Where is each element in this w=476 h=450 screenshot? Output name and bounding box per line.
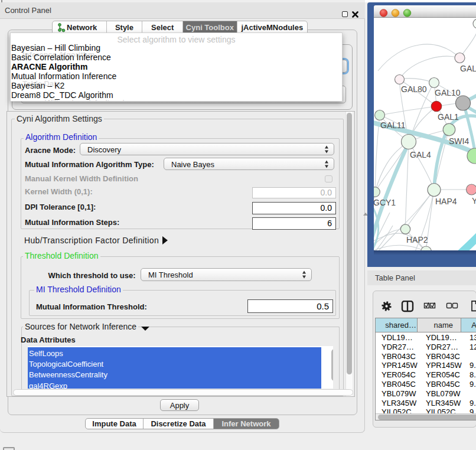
svg-text:SWI4: SWI4 xyxy=(449,136,469,146)
svg-text:GAL80: GAL80 xyxy=(401,84,427,94)
svg-text:GAL10: GAL10 xyxy=(435,88,461,97)
svg-text:GAL7: GAL7 xyxy=(460,64,476,73)
svg-text:HAP4: HAP4 xyxy=(435,197,457,206)
svg-text:GAL11: GAL11 xyxy=(380,120,406,130)
svg-text:YM: YM xyxy=(472,196,476,206)
svg-text:GCY1: GCY1 xyxy=(374,198,396,207)
svg-text:GAL1: GAL1 xyxy=(438,112,459,122)
svg-text:HAP2: HAP2 xyxy=(406,235,428,244)
svg-text:GAL4: GAL4 xyxy=(410,150,431,159)
